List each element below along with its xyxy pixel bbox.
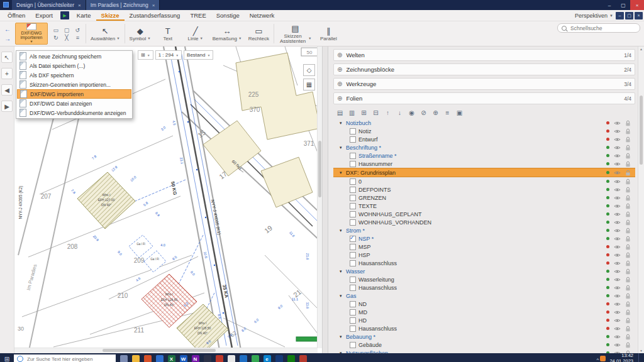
expander-icon[interactable]: ▾	[340, 334, 346, 339]
map-canvas[interactable]: 20720820921021122537037115171921306250Im…	[14, 47, 322, 353]
layer-row[interactable]: Hausanschluss	[333, 324, 635, 332]
layer-checkbox[interactable]	[350, 161, 356, 167]
layer-row[interactable]: GRENZEN	[333, 194, 635, 202]
symbol-button[interactable]: ◆Symbol▼	[126, 22, 154, 45]
eye-icon[interactable]	[614, 162, 621, 167]
grid-button[interactable]: ▦	[303, 79, 315, 90]
scale-select[interactable]: 1 : 294▼	[155, 50, 182, 60]
layer-row[interactable]: Notiz	[333, 127, 635, 135]
lock-icon[interactable]	[625, 350, 631, 354]
lock-icon[interactable]	[625, 211, 631, 217]
minimize-button[interactable]: –	[602, 0, 616, 10]
lock-icon[interactable]	[625, 203, 631, 209]
expander-icon[interactable]: ▾	[340, 145, 346, 150]
lock-icon[interactable]	[625, 326, 631, 332]
redo-icon[interactable]: ↻	[53, 35, 58, 41]
layer-checkbox[interactable]	[350, 211, 356, 217]
expand-all-icon[interactable]: ⊕	[431, 109, 440, 117]
layer-checkbox[interactable]	[350, 187, 356, 193]
app-blue-icon[interactable]	[237, 353, 249, 362]
layer-group-icon[interactable]: ▥	[348, 109, 356, 117]
layer-checkbox[interactable]	[350, 301, 356, 307]
dropdown-item[interactable]: Als Datei speichern (...)	[17, 61, 131, 70]
layer-row[interactable]: Gebäude	[333, 341, 635, 349]
visibility-all-icon[interactable]: ◉	[408, 109, 416, 117]
layer-checkbox[interactable]	[350, 203, 356, 209]
scroll-thumb[interactable]	[318, 141, 321, 197]
dropdown-item[interactable]: DXF/DWG-Verbunddokumente anzeigen	[17, 108, 131, 118]
lock-icon[interactable]	[625, 342, 631, 348]
lock-icon[interactable]	[625, 268, 631, 275]
layer-row[interactable]: WOHNHAUS_VORHANDEN	[333, 218, 635, 226]
scroll-thumb[interactable]	[103, 349, 216, 352]
menu-item-öffnen[interactable]: Öffnen	[3, 10, 30, 21]
layer-row[interactable]: Straßenname *	[333, 151, 635, 160]
taskbar-clock[interactable]: 13:42 24.01.2023	[609, 353, 633, 362]
eye-icon[interactable]	[614, 334, 621, 339]
lock-icon[interactable]	[625, 317, 631, 324]
document-tab[interactable]: Design | Übersichtsleiter×	[12, 0, 86, 10]
panel-scrollbar[interactable]: ▲ ▼	[638, 47, 644, 353]
select-tool-icon[interactable]: ↖	[1, 52, 13, 63]
expander-icon[interactable]: ▾	[340, 351, 346, 354]
eye-icon[interactable]	[614, 261, 621, 266]
workspace-close-button[interactable]: ×	[635, 12, 643, 19]
layer-row[interactable]: TEXTE	[333, 202, 635, 210]
layer-row[interactable]: Hausnummer	[333, 160, 635, 168]
dropdown-item[interactable]: DXF/DWG importieren	[17, 89, 131, 99]
quick-search-input[interactable]	[569, 25, 636, 32]
app-navy-icon[interactable]	[273, 353, 285, 362]
layer-checkbox[interactable]	[350, 128, 356, 134]
rechteck-button[interactable]: ▭Rechteck	[245, 22, 272, 45]
dxf-dwg-import-button[interactable]: DXF/DWG importieren ▼	[15, 23, 48, 45]
eye-icon[interactable]	[614, 153, 621, 158]
close-button[interactable]: ×	[630, 0, 644, 10]
eye-icon[interactable]	[614, 179, 621, 184]
expander-icon[interactable]: ▾	[340, 269, 346, 274]
eye-icon[interactable]	[614, 244, 621, 250]
word-icon[interactable]: W	[177, 353, 189, 362]
layer-row[interactable]: DEFPOINTS	[333, 185, 635, 194]
select-layer-icon[interactable]: ▣	[455, 109, 464, 117]
layer-checkbox[interactable]	[350, 136, 356, 143]
eye-icon[interactable]	[614, 285, 621, 290]
mode-select[interactable]: Bestand▼	[184, 50, 213, 60]
eye-icon[interactable]	[614, 293, 621, 299]
maximize-button[interactable]: ▢	[616, 0, 630, 10]
parallel-button[interactable]: ∥Parallel	[314, 22, 342, 45]
layer-checkbox[interactable]	[350, 309, 356, 315]
dropdown-item[interactable]: Skizzen-Geometrien importieren...	[17, 80, 131, 89]
layer-group-row[interactable]: ▾Wasser	[333, 267, 635, 275]
lock-icon[interactable]	[625, 285, 631, 291]
section-folien[interactable]: ⊕Folien4/4	[333, 92, 635, 104]
pan-left-button[interactable]: ◀	[1, 84, 13, 96]
excel-icon[interactable]: X	[165, 353, 177, 362]
lock-icon[interactable]	[625, 170, 631, 176]
eye-icon[interactable]	[614, 302, 621, 307]
dropdown-item[interactable]: Als DXF speichern	[17, 70, 131, 80]
lock-icon[interactable]	[625, 260, 631, 266]
remove-layer-icon[interactable]: ⊟	[372, 109, 380, 117]
workspace-minimize-button[interactable]: –	[616, 12, 624, 19]
eye-icon[interactable]	[614, 351, 621, 354]
lock-icon[interactable]	[625, 301, 631, 307]
move-down-icon[interactable]: ↓	[396, 109, 404, 117]
layer-group-row[interactable]: ▾Notizbuch	[333, 119, 635, 127]
pan-right-button[interactable]: ▶	[1, 101, 13, 112]
tab-close-icon[interactable]: ×	[78, 3, 81, 8]
layer-list-icon[interactable]: ▤	[336, 109, 344, 117]
menu-item-karte[interactable]: Karte	[72, 10, 96, 21]
lock-icon[interactable]	[625, 252, 631, 258]
menu-item-skizze[interactable]: Skizze	[96, 10, 125, 21]
crosshair-tool-icon[interactable]: +	[1, 68, 13, 79]
section-welten[interactable]: ⊕Welten1/4	[333, 49, 635, 61]
eye-icon[interactable]	[614, 269, 621, 274]
layer-checkbox[interactable]	[350, 285, 356, 291]
app-red-icon[interactable]	[213, 353, 225, 362]
layer-row[interactable]: WOHNHAUS_GEPLANT	[333, 210, 635, 218]
layer-checkbox[interactable]	[350, 317, 356, 324]
expander-icon[interactable]: ▾	[340, 170, 346, 175]
app-darkred-icon[interactable]	[297, 353, 309, 362]
back-button[interactable]: ←	[3, 25, 13, 33]
edge-icon[interactable]: e	[261, 353, 273, 362]
